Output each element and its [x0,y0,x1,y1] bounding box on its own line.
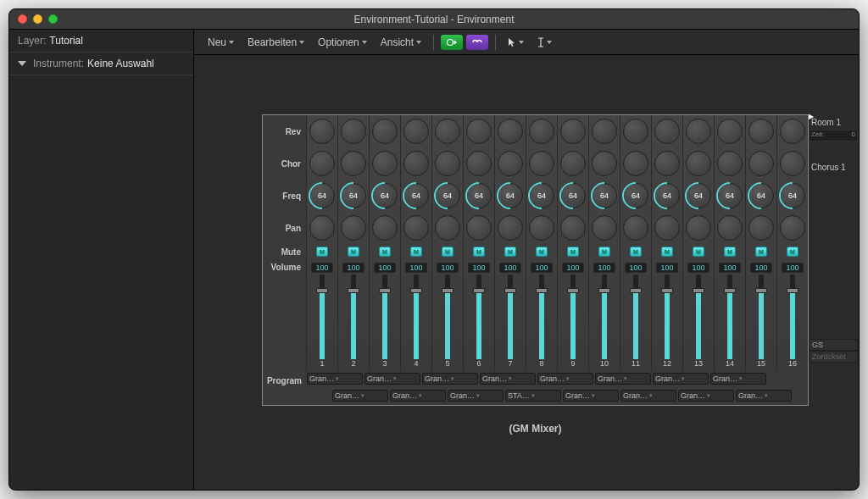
volume-slider[interactable] [759,274,764,359]
freq-knob[interactable]: 64 [498,183,523,208]
volume-value[interactable]: 100 [562,263,584,273]
mute-button[interactable]: M [661,247,673,257]
chorus-knob[interactable] [309,151,335,176]
chorus-knob[interactable] [466,151,492,176]
pan-knob[interactable] [748,215,774,241]
menu-ansicht[interactable]: Ansicht [376,34,426,51]
volume-slider[interactable] [351,274,356,359]
volume-value[interactable]: 100 [719,263,741,273]
reverb-knob[interactable] [309,119,335,144]
pan-knob[interactable] [686,215,711,241]
pan-knob[interactable] [623,215,648,241]
program-selector[interactable]: Gran…▾ [364,373,420,385]
volume-value[interactable]: 100 [656,263,678,273]
mute-button[interactable]: M [316,247,328,257]
reverb-knob[interactable] [466,119,492,144]
volume-value[interactable]: 100 [468,263,490,273]
link-button[interactable] [466,35,488,50]
text-tool[interactable] [532,35,557,50]
mute-button[interactable]: M [410,247,422,257]
chorus-knob[interactable] [372,151,398,176]
volume-slider[interactable] [790,274,795,359]
chorus-knob[interactable] [498,151,523,176]
chorus-knob[interactable] [654,151,680,176]
mute-button[interactable]: M [755,247,767,257]
chorus-knob[interactable] [529,151,554,176]
freq-knob[interactable]: 64 [466,183,492,208]
volume-value[interactable]: 100 [750,263,772,273]
program-selector[interactable]: Gran…▾ [390,390,446,402]
program-selector[interactable]: Gran…▾ [307,373,363,385]
mute-button[interactable]: M [630,247,642,257]
reverb-time-field[interactable]: Zeit: 0 [809,130,858,141]
reverb-knob[interactable] [372,119,398,144]
volume-value[interactable]: 100 [687,263,709,273]
mute-button[interactable]: M [567,247,579,257]
volume-slider[interactable] [414,274,419,359]
freq-knob[interactable]: 64 [686,183,711,208]
pan-knob[interactable] [529,215,554,241]
pan-knob[interactable] [309,215,335,241]
volume-value[interactable]: 100 [531,263,553,273]
pan-knob[interactable] [341,215,366,241]
pan-knob[interactable] [498,215,523,241]
reverb-knob[interactable] [654,119,680,144]
chorus-knob[interactable] [592,151,617,176]
volume-value[interactable]: 100 [437,263,459,273]
volume-value[interactable]: 100 [499,263,521,273]
program-selector[interactable]: Gran…▾ [422,373,478,385]
reverb-knob[interactable] [341,119,366,144]
reset-button[interactable]: Zurückset [809,351,858,363]
freq-knob[interactable]: 64 [372,183,398,208]
freq-knob[interactable]: 64 [717,183,743,208]
reverb-knob[interactable] [498,119,523,144]
mute-button[interactable]: M [348,247,359,257]
reverb-knob[interactable] [623,119,648,144]
reverb-knob[interactable] [403,119,429,144]
reverb-knob[interactable] [717,119,743,144]
volume-slider[interactable] [539,274,544,359]
freq-knob[interactable]: 64 [529,183,554,208]
program-selector[interactable]: Gran…▾ [448,390,504,402]
chorus-knob[interactable] [403,151,429,176]
freq-knob[interactable]: 64 [403,183,429,208]
reverb-knob[interactable] [686,119,711,144]
reverb-knob[interactable] [435,119,460,144]
reverb-knob[interactable] [529,119,554,144]
disclosure-triangle-icon[interactable] [18,61,26,66]
freq-knob[interactable]: 64 [560,183,586,208]
reverb-knob[interactable] [780,119,805,144]
mute-button[interactable]: M [724,247,736,257]
chorus-knob[interactable] [623,151,648,176]
volume-value[interactable]: 100 [405,263,427,273]
program-selector[interactable]: Gran…▾ [678,390,734,402]
freq-knob[interactable]: 64 [623,183,648,208]
pan-knob[interactable] [403,215,429,241]
volume-slider[interactable] [382,274,387,359]
volume-slider[interactable] [476,274,481,359]
program-selector[interactable]: Gran…▾ [620,390,676,402]
mute-button[interactable]: M [504,247,516,257]
volume-value[interactable]: 100 [625,263,647,273]
chorus-knob[interactable] [560,151,586,176]
volume-slider[interactable] [508,274,513,359]
freq-knob[interactable]: 64 [341,183,366,208]
freq-knob[interactable]: 64 [435,183,460,208]
zoom-window-button[interactable] [48,14,58,24]
chorus-knob[interactable] [780,151,805,176]
pan-knob[interactable] [717,215,743,241]
freq-knob[interactable]: 64 [654,183,680,208]
program-selector[interactable]: Gran…▾ [653,373,709,385]
program-selector[interactable]: Gran…▾ [595,373,651,385]
reverb-type-selector[interactable]: Room 1 [809,114,858,130]
program-selector[interactable]: Gran…▾ [480,373,536,385]
pan-knob[interactable] [654,215,680,241]
volume-slider[interactable] [696,274,701,359]
reverb-knob[interactable] [748,119,774,144]
program-selector[interactable]: Gran…▾ [537,373,593,385]
gm-mixer-object[interactable]: Rev Chor Freq Pan Mute Volume 64M100164M… [262,114,809,406]
mute-button[interactable]: M [442,247,453,257]
volume-slider[interactable] [445,274,450,359]
mute-button[interactable]: M [598,247,610,257]
pointer-tool[interactable] [503,35,529,50]
